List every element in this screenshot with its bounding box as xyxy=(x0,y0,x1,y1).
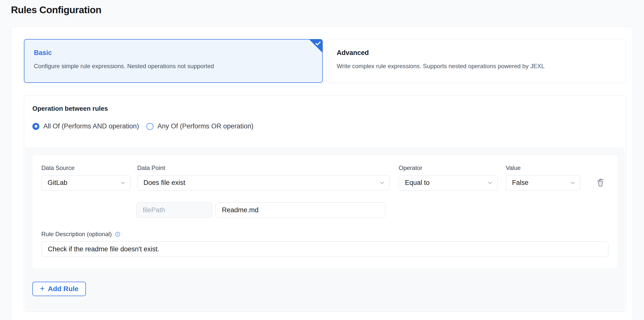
delete-rule-button[interactable] xyxy=(595,174,606,190)
value-value: False xyxy=(512,179,528,187)
mode-tabs: Basic Configure simple rule expressions.… xyxy=(24,39,626,83)
rules-list-area: Data Source GitLab Data Point Does file … xyxy=(25,147,624,310)
value-select[interactable]: False xyxy=(506,175,580,190)
file-path-value-input[interactable] xyxy=(216,202,385,218)
radio-all-of-label: All Of (Performs AND operation) xyxy=(43,122,139,130)
rule-description-label-row: Rule Description (optional) xyxy=(41,231,608,238)
chevron-down-icon xyxy=(571,180,575,184)
operator-field: Operator Equal to xyxy=(399,164,498,190)
radio-selected-icon[interactable] xyxy=(32,123,39,130)
radio-option-all-of[interactable]: All Of (Performs AND operation) xyxy=(32,122,139,130)
radio-unselected-icon[interactable] xyxy=(146,123,154,130)
plus-icon: + xyxy=(40,285,44,293)
rule-arguments-row xyxy=(136,202,608,218)
page-title: Rules Configuration xyxy=(11,4,101,15)
chevron-down-icon xyxy=(121,180,125,184)
data-point-value: Does file exist xyxy=(144,179,185,187)
add-rule-label: Add Rule xyxy=(48,285,78,293)
data-source-label: Data Source xyxy=(41,164,130,171)
tab-basic-description: Configure simple rule expressions. Neste… xyxy=(34,63,313,70)
rules-section: Operation between rules All Of (Performs… xyxy=(24,95,626,311)
trash-icon xyxy=(596,178,605,187)
operator-select[interactable]: Equal to xyxy=(399,175,498,190)
data-source-value: GitLab xyxy=(48,179,68,187)
rules-configuration-panel: Basic Configure simple rule expressions.… xyxy=(11,27,632,320)
operation-section: Operation between rules All Of (Performs… xyxy=(24,96,626,130)
value-field: Value False xyxy=(506,164,580,190)
tab-basic[interactable]: Basic Configure simple rule expressions.… xyxy=(24,39,323,83)
value-label: Value xyxy=(506,164,580,171)
operator-value: Equal to xyxy=(405,179,430,187)
operator-label: Operator xyxy=(399,164,498,171)
info-icon xyxy=(115,231,120,237)
tab-advanced[interactable]: Advanced Write complex rule expressions.… xyxy=(327,39,626,83)
check-icon xyxy=(315,41,321,47)
data-source-select[interactable]: GitLab xyxy=(41,175,130,190)
tab-advanced-description: Write complex rule expressions. Supports… xyxy=(337,63,616,70)
tab-advanced-title: Advanced xyxy=(337,49,616,57)
data-point-select[interactable]: Does file exist xyxy=(137,175,390,190)
chevron-down-icon xyxy=(380,180,384,184)
data-source-field: Data Source GitLab xyxy=(41,164,130,190)
data-point-field: Data Point Does file exist xyxy=(137,164,390,190)
rule-description-label: Rule Description (optional) xyxy=(41,231,112,238)
rule-card: Data Source GitLab Data Point Does file … xyxy=(32,155,617,268)
rule-fields-row: Data Source GitLab Data Point Does file … xyxy=(41,164,608,190)
rule-description-input[interactable] xyxy=(41,241,608,257)
file-path-key-input[interactable] xyxy=(136,202,212,218)
tab-basic-title: Basic xyxy=(34,49,313,57)
radio-option-any-of[interactable]: Any Of (Performs OR operation) xyxy=(146,122,254,130)
chevron-down-icon xyxy=(488,180,492,184)
add-rule-button[interactable]: + Add Rule xyxy=(32,282,86,296)
operation-heading: Operation between rules xyxy=(32,105,617,112)
data-point-label: Data Point xyxy=(137,164,390,171)
operation-radio-group: All Of (Performs AND operation) Any Of (… xyxy=(32,122,617,130)
info-tooltip-button[interactable] xyxy=(115,231,120,237)
radio-any-of-label: Any Of (Performs OR operation) xyxy=(158,122,254,130)
